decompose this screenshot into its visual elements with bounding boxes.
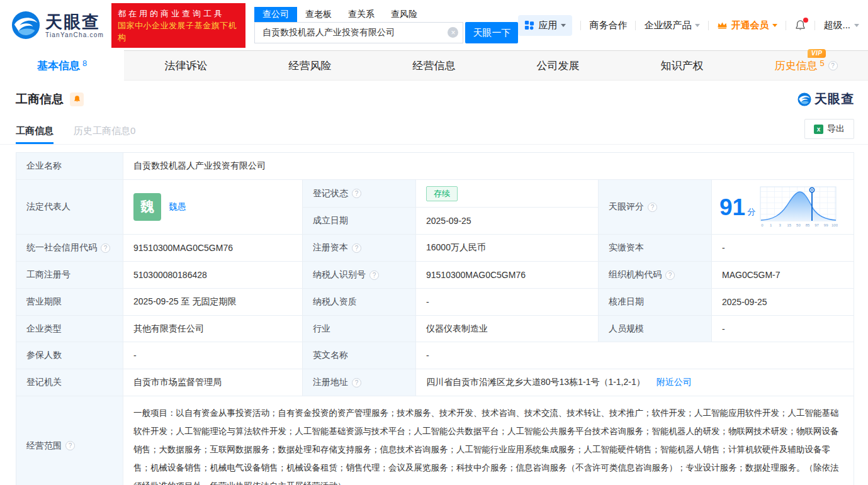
svg-text:1: 1 [770, 223, 772, 227]
promo-banner: 都在用的商业查询工具 国家中小企业发展子基金旗下机构 [111, 3, 245, 48]
field-label-org-code: 组织机构代码 ? [599, 262, 712, 289]
search-button[interactable]: 天眼一下 [465, 22, 518, 43]
company-section-tabs: 基本信息 8 法律诉讼 经营风险 经营信息 公司发展 知识产权 历史信息 VIP… [0, 50, 868, 81]
status-badge: 存续 [426, 186, 458, 201]
promo-banner-line1: 都在用的商业查询工具 [118, 8, 239, 20]
search-tab-risk[interactable]: 查风险 [383, 7, 426, 22]
field-value-registration-number: 510300080186428 [123, 262, 303, 289]
svg-text:0: 0 [761, 223, 764, 227]
section-title: 工商信息 [16, 91, 64, 108]
section-header: 工商信息 天眼查 [0, 81, 868, 108]
excel-icon: x [814, 125, 823, 134]
field-label-tianyan-score: 天眼评分 ? [599, 180, 712, 235]
business-info-table: 企业名称 自贡数投机器人产业投资有限公司 法定代表人 魏 魏愚 登记状态 ? 存… [16, 152, 854, 485]
field-label-legal-representative: 法定代表人 [16, 180, 123, 235]
help-icon[interactable]: ? [352, 189, 361, 198]
field-value-tianyan-score[interactable]: 91 分 0 1 [712, 180, 854, 235]
monitor-bell-button[interactable] [70, 92, 84, 106]
apps-menu[interactable]: 应用 [518, 15, 572, 36]
field-label-english-name: 英文名称 [303, 342, 416, 369]
subtab-business-info[interactable]: 工商信息 [16, 125, 54, 144]
apps-menu-label: 应用 [538, 20, 557, 31]
help-icon[interactable]: ? [828, 61, 838, 70]
legal-rep-name-link[interactable]: 魏愚 [169, 201, 186, 213]
search-tab-boss[interactable]: 查老板 [297, 7, 340, 22]
tab-company-development[interactable]: 公司发展 [496, 50, 620, 81]
help-icon[interactable]: ? [648, 203, 657, 212]
enterprise-products-menu[interactable]: 企业级产品 [644, 20, 700, 31]
legal-rep-avatar[interactable]: 魏 [133, 193, 161, 221]
field-label-insured-count: 参保人数 [16, 342, 123, 369]
score-unit: 分 [747, 206, 755, 218]
field-label-establish-date: 成立日期 [303, 208, 416, 235]
field-label-business-term: 营业期限 [16, 289, 123, 316]
logo-subtext: TianYanCha.com [45, 31, 104, 38]
tab-operation-risk[interactable]: 经营风险 [248, 50, 372, 81]
field-value-company-type: 其他有限责任公司 [123, 316, 303, 342]
divider [580, 21, 581, 30]
score-value: 91 [719, 196, 745, 219]
tab-operation-info[interactable]: 经营信息 [372, 50, 496, 81]
field-label-staff-size: 人员规模 [599, 316, 712, 342]
divider [708, 21, 709, 30]
tab-intellectual-property[interactable]: 知识产权 [620, 50, 744, 81]
bell-icon [73, 95, 81, 103]
svg-text:97: 97 [814, 223, 819, 227]
tab-count: 5 [820, 59, 824, 68]
field-label-registration-number: 工商注册号 [16, 262, 123, 289]
field-label-registered-capital: 注册资本 ? [303, 235, 416, 262]
notifications-button[interactable] [794, 20, 806, 31]
field-value-business-scope: 一般项目：以自有资金从事投资活动；自有资金投资的资产管理服务；技术服务、技术开发… [123, 396, 854, 485]
subtab-history-business-info[interactable]: 历史工商信息0 [74, 125, 135, 144]
chevron-down-icon [695, 24, 700, 27]
logo-text: 天眼查 [45, 13, 104, 31]
help-icon[interactable]: ? [65, 441, 75, 450]
help-icon[interactable]: ? [101, 243, 110, 253]
help-icon[interactable]: ? [665, 270, 675, 280]
search-input[interactable] [254, 22, 463, 43]
notification-dot [803, 18, 808, 23]
field-label-registration-status: 登记状态 ? [303, 180, 416, 208]
field-label-registration-authority: 登记机关 [16, 369, 123, 396]
field-label-approval-date: 核准日期 [599, 289, 712, 316]
field-value-registered-address: 四川省自贡市沿滩区龙乡大道80号13栋1-1号（1-1,2-1） 附近公司 [416, 369, 854, 396]
business-cooperation-link[interactable]: 商务合作 [589, 20, 627, 31]
chevron-down-icon [854, 24, 859, 27]
open-membership-menu[interactable]: 开通会员 [717, 20, 777, 31]
business-info-subtabs: 工商信息 历史工商信息0 x 导出 [0, 119, 868, 145]
crown-icon [717, 21, 728, 30]
divider [786, 21, 786, 30]
svg-text:100: 100 [831, 223, 838, 227]
promo-banner-line2: 国家中小企业发展子基金旗下机构 [118, 20, 239, 43]
help-icon[interactable]: ? [352, 378, 361, 387]
search-tab-company[interactable]: 查公司 [254, 7, 297, 22]
field-value-approval-date: 2025-09-25 [712, 289, 854, 316]
field-label-company-type: 企业类型 [16, 316, 123, 342]
tianyancha-logo-icon [798, 92, 811, 106]
search-tabs: 查公司 查老板 查关系 查风险 [254, 7, 518, 22]
search-area: 查公司 查老板 查关系 查风险 × 天眼一下 [254, 7, 518, 43]
divider [635, 21, 636, 30]
field-value-registered-capital: 16000万人民币 [416, 235, 599, 262]
svg-text:85: 85 [806, 223, 810, 227]
tab-count: 8 [82, 59, 87, 68]
tab-basic-info[interactable]: 基本信息 8 [0, 50, 124, 81]
nearby-companies-link[interactable]: 附近公司 [657, 377, 692, 388]
export-button[interactable]: x 导出 [804, 119, 854, 139]
field-value-business-term: 2025-09-25 至 无固定期限 [123, 289, 303, 316]
help-icon[interactable]: ? [352, 243, 361, 253]
tab-history-info[interactable]: 历史信息 VIP 5 ? [744, 50, 868, 81]
field-label-business-scope: 经营范围 ? [16, 396, 123, 485]
field-value-paid-capital: - [712, 235, 854, 262]
svg-text:3: 3 [779, 223, 782, 227]
user-account-menu[interactable]: 超级... [823, 20, 859, 31]
svg-text:99: 99 [824, 223, 828, 227]
help-icon[interactable]: ? [369, 270, 379, 280]
svg-text:15: 15 [787, 223, 792, 227]
tianyancha-logo[interactable]: 天眼查 TianYanCha.com [11, 11, 104, 40]
tab-legal-proceedings[interactable]: 法律诉讼 [124, 50, 248, 81]
field-value-taxpayer-quality: - [416, 289, 599, 316]
search-tab-relation[interactable]: 查关系 [340, 7, 383, 22]
field-value-taxpayer-id: 91510300MAG0C5GM76 [416, 262, 599, 289]
apps-grid-icon [524, 20, 534, 30]
